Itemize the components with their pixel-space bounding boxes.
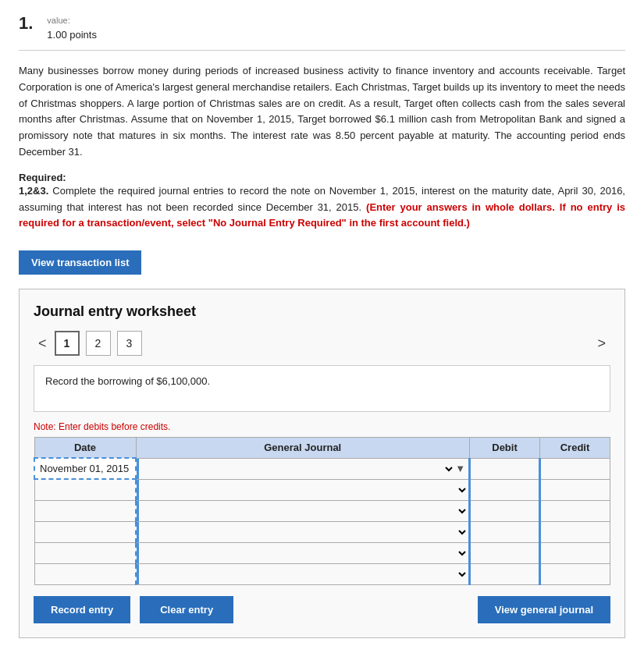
date-cell-3 xyxy=(34,500,136,521)
gj-cell-6[interactable]: No Journal Entry Required Cash Notes Pay… xyxy=(136,563,470,584)
points-value: 1.00 points xyxy=(47,27,97,43)
debit-input-4[interactable] xyxy=(471,522,539,542)
debit-input-2[interactable] xyxy=(471,480,539,500)
question-header: 1. value: 1.00 points xyxy=(19,14,625,51)
clear-entry-button[interactable]: Clear entry xyxy=(140,596,233,623)
date-cell-4 xyxy=(34,521,136,542)
credit-input-4[interactable] xyxy=(541,522,610,542)
note-text: Note: Enter debits before credits. xyxy=(34,421,610,432)
gj-cell-2[interactable]: No Journal Entry Required Cash Notes Pay… xyxy=(136,479,470,500)
record-entry-button[interactable]: Record entry xyxy=(34,596,130,623)
date-value-1: November 01, 2015 xyxy=(40,463,129,474)
table-row: No Journal Entry Required Cash Notes Pay… xyxy=(34,542,610,563)
table-row: November 01, 2015 No Journal Entry Requi… xyxy=(34,458,610,479)
gj-select-5[interactable]: No Journal Entry Required Cash Notes Pay… xyxy=(142,543,468,563)
debit-cell-4[interactable] xyxy=(470,521,540,542)
credit-cell-3[interactable] xyxy=(540,500,610,521)
description-text: Record the borrowing of $6,100,000. xyxy=(45,375,210,387)
debit-cell-3[interactable] xyxy=(470,500,540,521)
gj-select-6[interactable]: No Journal Entry Required Cash Notes Pay… xyxy=(142,564,468,584)
credit-input-1[interactable] xyxy=(541,459,610,479)
gj-cell-4[interactable]: No Journal Entry Required Cash Notes Pay… xyxy=(136,521,470,542)
debit-cell-2[interactable] xyxy=(470,479,540,500)
table-row: No Journal Entry Required Cash Notes Pay… xyxy=(34,500,610,521)
credit-cell-2[interactable] xyxy=(540,479,610,500)
page-container: 1. value: 1.00 points Many businesses bo… xyxy=(0,0,644,646)
journal-table: Date General Journal Debit Credit Novemb… xyxy=(34,437,610,585)
credit-cell-4[interactable] xyxy=(540,521,610,542)
pagination: < 1 2 3 > xyxy=(34,331,610,356)
question-meta: value: 1.00 points xyxy=(47,14,97,42)
description-box: Record the borrowing of $6,100,000. xyxy=(34,365,610,412)
debit-input-6[interactable] xyxy=(471,564,539,584)
gj-select-3[interactable]: No Journal Entry Required Cash Notes Pay… xyxy=(142,501,468,521)
question-body: Many businesses borrow money during peri… xyxy=(19,63,625,161)
action-buttons: Record entry Clear entry View general jo… xyxy=(34,596,610,623)
prev-arrow[interactable]: < xyxy=(34,334,52,353)
credit-input-2[interactable] xyxy=(541,480,610,500)
gj-select-2[interactable]: No Journal Entry Required Cash Notes Pay… xyxy=(142,480,468,500)
header-gj: General Journal xyxy=(136,438,470,459)
value-label: value: xyxy=(47,14,97,27)
header-debit: Debit xyxy=(470,438,540,459)
debit-input-1[interactable] xyxy=(471,459,539,479)
table-row: No Journal Entry Required Cash Notes Pay… xyxy=(34,563,610,584)
required-section: Required: 1,2&3. Complete the required j… xyxy=(19,172,625,232)
view-transaction-button[interactable]: View transaction list xyxy=(19,250,141,275)
debit-cell-1[interactable] xyxy=(470,458,540,479)
debit-input-5[interactable] xyxy=(471,543,539,563)
required-label: Required: xyxy=(19,172,625,183)
credit-cell-6[interactable] xyxy=(540,563,610,584)
table-row: No Journal Entry Required Cash Notes Pay… xyxy=(34,521,610,542)
date-cell-2 xyxy=(34,479,136,500)
table-header-row: Date General Journal Debit Credit xyxy=(34,438,610,459)
gj-select-1[interactable]: No Journal Entry Required Cash Notes Pay… xyxy=(142,459,455,479)
credit-input-6[interactable] xyxy=(541,564,610,584)
credit-input-3[interactable] xyxy=(541,501,610,521)
view-general-journal-button[interactable]: View general journal xyxy=(478,596,610,623)
required-text: 1,2&3. Complete the required journal ent… xyxy=(19,183,625,232)
page-1-button[interactable]: 1 xyxy=(55,331,80,356)
credit-cell-1[interactable] xyxy=(540,458,610,479)
header-credit: Credit xyxy=(540,438,610,459)
journal-title: Journal entry worksheet xyxy=(34,303,610,320)
gj-cell-3[interactable]: No Journal Entry Required Cash Notes Pay… xyxy=(136,500,470,521)
gj-cell-1[interactable]: No Journal Entry Required Cash Notes Pay… xyxy=(136,458,470,479)
page-2-button[interactable]: 2 xyxy=(86,331,111,356)
gj-select-4[interactable]: No Journal Entry Required Cash Notes Pay… xyxy=(142,522,468,542)
debit-cell-5[interactable] xyxy=(470,542,540,563)
journal-worksheet: Journal entry worksheet < 1 2 3 > Record… xyxy=(19,289,625,638)
debit-input-3[interactable] xyxy=(471,501,539,521)
next-arrow[interactable]: > xyxy=(592,334,610,353)
debit-cell-6[interactable] xyxy=(470,563,540,584)
date-cell-1: November 01, 2015 xyxy=(34,458,136,479)
required-intro: 1,2&3. xyxy=(19,185,48,197)
question-number: 1. xyxy=(19,14,33,33)
credit-cell-5[interactable] xyxy=(540,542,610,563)
credit-input-5[interactable] xyxy=(541,543,610,563)
header-date: Date xyxy=(34,438,136,459)
table-row: No Journal Entry Required Cash Notes Pay… xyxy=(34,479,610,500)
gj-cell-5[interactable]: No Journal Entry Required Cash Notes Pay… xyxy=(136,542,470,563)
date-cell-5 xyxy=(34,542,136,563)
page-3-button[interactable]: 3 xyxy=(117,331,142,356)
date-cell-6 xyxy=(34,563,136,584)
